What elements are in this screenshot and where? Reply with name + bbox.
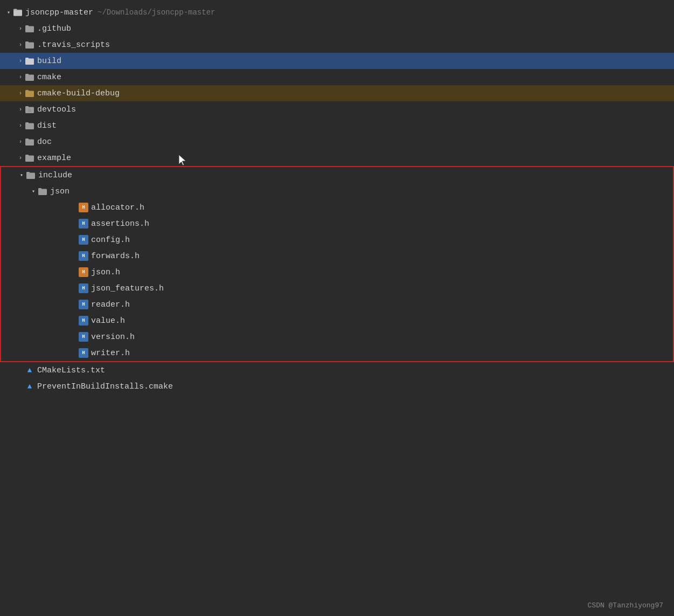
json-label: json (50, 187, 70, 196)
reader-file-icon: H (79, 300, 88, 309)
cmake-folder-icon (25, 72, 34, 82)
version-label: version.h (91, 333, 135, 342)
writer-label: writer.h (91, 349, 130, 358)
example-arrow (16, 154, 25, 162)
build-arrow (16, 57, 25, 65)
doc-arrow (16, 137, 25, 146)
writer-file-icon: H (79, 348, 88, 358)
json-arrow (29, 187, 38, 196)
file-value-h[interactable]: H value.h (1, 313, 673, 329)
config-label: config.h (91, 236, 130, 245)
folder-devtools[interactable]: devtools (0, 101, 674, 117)
root-folder-path: ~/Downloads/jsoncpp-master (98, 8, 215, 17)
version-file-icon: H (79, 332, 88, 342)
json-features-file-icon: H (79, 283, 88, 293)
dist-arrow (16, 121, 25, 130)
watermark: CSDN @Tanzhiyong97 (588, 601, 663, 610)
dist-label: dist (37, 121, 57, 130)
folder-travis[interactable]: .travis_scripts (0, 37, 674, 53)
forwards-file-icon: H (79, 251, 88, 261)
root-arrow (4, 8, 13, 17)
reader-label: reader.h (91, 300, 130, 309)
allocator-label: allocator.h (91, 203, 144, 212)
devtools-label: devtools (37, 105, 76, 114)
example-folder-icon (25, 153, 34, 163)
root-folder-name: jsoncpp-master (25, 8, 93, 17)
github-label: .github (37, 24, 71, 33)
devtools-arrow (16, 105, 25, 114)
build-label: build (37, 57, 61, 66)
cmakelists-label: CMakeLists.txt (37, 366, 105, 375)
doc-folder-icon (25, 137, 34, 147)
folder-github[interactable]: .github (0, 20, 674, 37)
file-tree: jsoncpp-master ~/Downloads/jsoncpp-maste… (0, 0, 674, 399)
config-file-icon: H (79, 235, 88, 245)
travis-folder-icon (25, 40, 34, 50)
root-folder-icon (13, 8, 23, 17)
svg-point-2 (29, 110, 30, 111)
file-assertions-h[interactable]: H assertions.h (1, 216, 673, 232)
assertions-label: assertions.h (91, 219, 149, 229)
folder-doc[interactable]: doc (0, 134, 674, 150)
cmake-arrow (16, 73, 25, 81)
include-folder-icon (26, 170, 36, 180)
file-json-h[interactable]: H json.h (1, 264, 673, 280)
json-features-label: json_features.h (91, 284, 164, 293)
folder-json[interactable]: json (1, 183, 673, 199)
folder-cmake-build-debug[interactable]: cmake-build-debug (0, 85, 674, 101)
file-preventinstalls[interactable]: ▲ PreventInBuildInstalls.cmake (0, 378, 674, 394)
folder-cmake[interactable]: cmake (0, 69, 674, 85)
folder-dist[interactable]: dist (0, 117, 674, 134)
file-version-h[interactable]: H version.h (1, 329, 673, 345)
preventinstalls-file-icon: ▲ (25, 382, 34, 391)
folder-example[interactable]: example (0, 150, 674, 166)
cmake-label: cmake (37, 73, 61, 82)
allocator-file-icon: H (79, 203, 88, 212)
json-folder-icon (38, 186, 47, 196)
folder-build[interactable]: build (0, 53, 674, 69)
file-forwards-h[interactable]: H forwards.h (1, 248, 673, 264)
cmake-build-debug-folder-icon (25, 88, 34, 98)
dist-folder-icon (25, 121, 34, 130)
include-arrow (17, 171, 26, 179)
github-arrow (16, 24, 25, 33)
build-folder-icon (25, 56, 34, 66)
file-reader-h[interactable]: H reader.h (1, 296, 673, 313)
travis-arrow (16, 40, 25, 49)
value-file-icon: H (79, 316, 88, 326)
root-folder[interactable]: jsoncpp-master ~/Downloads/jsoncpp-maste… (0, 4, 674, 20)
json-h-file-icon: H (79, 267, 88, 277)
travis-label: .travis_scripts (37, 40, 110, 50)
file-allocator-h[interactable]: H allocator.h (1, 199, 673, 216)
example-label: example (37, 154, 71, 163)
cmake-build-debug-arrow (16, 89, 25, 98)
cmakelists-file-icon: ▲ (25, 365, 34, 375)
forwards-label: forwards.h (91, 252, 140, 261)
cmake-build-debug-label: cmake-build-debug (37, 89, 120, 98)
file-json-features-h[interactable]: H json_features.h (1, 280, 673, 296)
doc-label: doc (37, 137, 52, 147)
file-cmakelists[interactable]: ▲ CMakeLists.txt (0, 362, 674, 378)
folder-include[interactable]: include (1, 167, 673, 183)
svg-rect-0 (13, 11, 22, 16)
devtools-folder-icon (25, 105, 34, 114)
file-config-h[interactable]: H config.h (1, 232, 673, 248)
include-section-box: include json H allocator.h H assertions.… (0, 166, 674, 362)
assertions-file-icon: H (79, 219, 88, 229)
github-folder-icon (25, 24, 34, 33)
include-label: include (38, 171, 72, 180)
file-writer-h[interactable]: H writer.h (1, 345, 673, 361)
json-h-label: json.h (91, 268, 120, 277)
preventinstalls-label: PreventInBuildInstalls.cmake (37, 382, 173, 391)
value-label: value.h (91, 316, 125, 326)
